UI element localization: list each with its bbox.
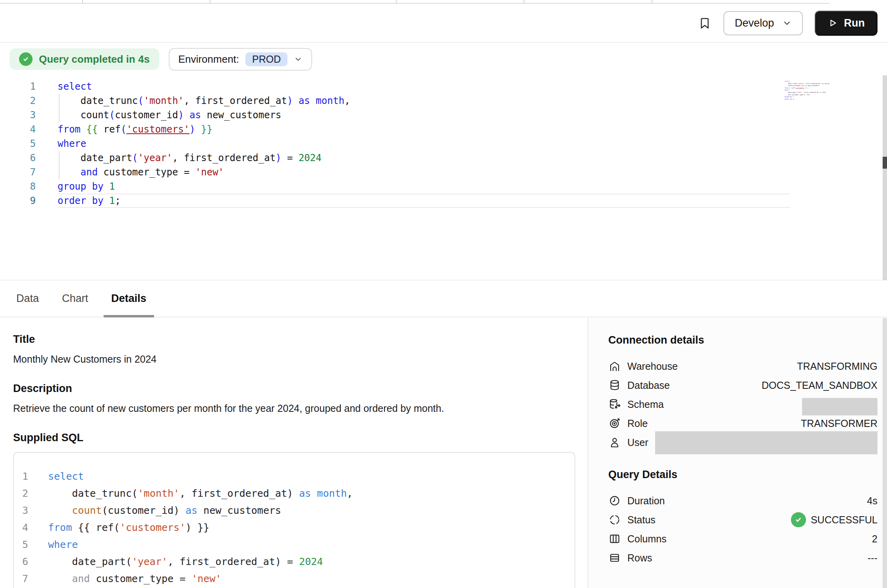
top-strip-border [0,3,830,4]
connection-row-role: Role TRANSFORMER [608,414,877,433]
supplied-sql-code: 1select2 date_trunc('month', first_order… [14,468,575,588]
environment-label: Environment: [178,53,239,65]
top-tab-strip [0,0,887,4]
tab-chart[interactable]: Chart [60,281,90,317]
editor-minimap[interactable]: select date_trunc('month', first_ordered… [785,80,835,121]
code-line-text: order by 1; [785,98,831,100]
description-value: Retrieve the count of new customers per … [13,403,576,414]
tab-details-label: Details [111,292,147,305]
query-row-duration: Duration 4s [608,491,877,510]
row-label: Schema [627,399,664,410]
chevron-down-icon [294,55,303,63]
line-number: 2 [14,485,28,502]
user-value-redacted [655,431,877,454]
row-value: --- [868,552,877,564]
rows-icon [608,551,621,564]
code-line-text: and customer_type = 'new' [58,165,790,179]
tab-divider [210,0,210,4]
query-row-rows: Rows --- [608,548,877,567]
line-number: 3 [0,108,36,122]
develop-button[interactable]: Develop [723,11,802,35]
line-number: 2 [0,94,36,108]
row-label: Rows [627,552,652,564]
line-number: 1 [0,79,36,94]
details-scrollbar-track[interactable] [883,318,887,588]
code-line-text: where [48,536,575,553]
supplied-sql-block: 1select2 date_trunc('month', first_order… [13,452,575,588]
line-number: 7 [0,165,36,179]
line-number: 4 [14,519,28,536]
row-label: Status [627,514,656,526]
tab-divider [652,0,652,4]
code-line-text: count(customer_id) as new_customers [58,108,790,122]
row-value: DOCS_TEAM_SANDBOX [762,380,877,391]
result-tab-bar: Data Chart Details [0,280,887,317]
row-value: 2 [872,533,877,545]
code-line-text: group by 1 [58,179,790,194]
connection-row-database: Database DOCS_TEAM_SANDBOX [608,376,877,395]
row-label: Database [627,380,670,391]
play-icon [827,18,838,28]
code-line-text: date_trunc('month', first_ordered_at) as… [58,94,790,108]
schema-icon [608,398,621,411]
row-label: Duration [627,495,665,507]
line-number: 8 [0,179,36,194]
connection-details-heading: Connection details [608,334,877,346]
develop-button-label: Develop [735,17,774,29]
tab-chart-label: Chart [62,292,88,305]
title-value: Monthly New Customers in 2024 [13,354,576,365]
tab-data[interactable]: Data [15,281,40,317]
sql-editor[interactable]: 1select2 date_trunc('month', first_order… [0,75,887,280]
title-heading: Title [13,333,576,346]
ide-screen: Develop Run Query completed in 4s Enviro… [0,0,887,588]
run-button-label: Run [844,17,865,29]
line-number: 9 [0,194,36,208]
row-label: Columns [627,533,667,545]
code-line-text: from {{ ref('customers') }} [48,519,575,536]
connection-row-schema: Schema [608,395,877,414]
duration-clock-icon [608,494,621,507]
code-line-text: and customer_type = 'new' [48,570,575,587]
database-icon [608,379,621,392]
status-value: SUCCESSFUL [811,514,877,526]
user-icon [608,436,621,449]
chevron-down-icon [782,18,792,28]
code-line-text: count(customer_id) as new_customers [48,502,575,519]
row-label: Role [627,418,648,429]
query-status-row: Query completed in 4s Environment: PROD [0,43,887,75]
row-value: 4s [867,495,877,507]
query-row-status: Status SUCCESSFUL [608,510,877,529]
connection-row-warehouse: Warehouse TRANSFORMING [608,357,877,376]
connection-row-user: User [608,433,877,452]
query-status-pill: Query completed in 4s [10,48,159,70]
bookmark-icon[interactable] [698,16,712,30]
environment-dropdown[interactable]: Environment: PROD [169,48,312,71]
role-target-icon [608,417,621,430]
check-circle-icon [19,52,33,66]
details-content: Title Monthly New Customers in 2024 Desc… [0,317,887,588]
line-number: 1 [14,468,28,485]
editor-scrollbar-track[interactable] [883,75,887,280]
tab-details[interactable]: Details [110,281,148,317]
line-number: 5 [14,536,28,553]
code-line-text: select [48,468,575,485]
tab-divider [82,0,83,4]
line-number: 6 [0,151,36,165]
schema-value-redacted [802,398,877,415]
supplied-sql-heading: Supplied SQL [13,432,576,444]
minimap-code: select date_trunc('month', first_ordered… [785,80,831,100]
code-line-text: from {{ ref('customers') }} [58,122,790,136]
toolbar: Develop Run [0,4,887,43]
query-status-text: Query completed in 4s [39,53,150,65]
environment-value-pill: PROD [245,52,287,66]
tab-data-label: Data [16,292,39,305]
editor-scrollbar-thumb[interactable] [883,157,887,169]
row-value: TRANSFORMER [801,418,877,429]
details-right-panel: Connection details Warehouse TRANSFORMIN… [588,317,887,588]
editor-code-area[interactable]: 1select2 date_trunc('month', first_order… [0,79,790,208]
run-button[interactable]: Run [815,11,877,36]
status-badge: SUCCESSFUL [791,512,877,527]
query-details-heading: Query Details [608,469,877,481]
description-heading: Description [13,382,576,395]
details-left-column: Title Monthly New Customers in 2024 Desc… [0,317,588,588]
